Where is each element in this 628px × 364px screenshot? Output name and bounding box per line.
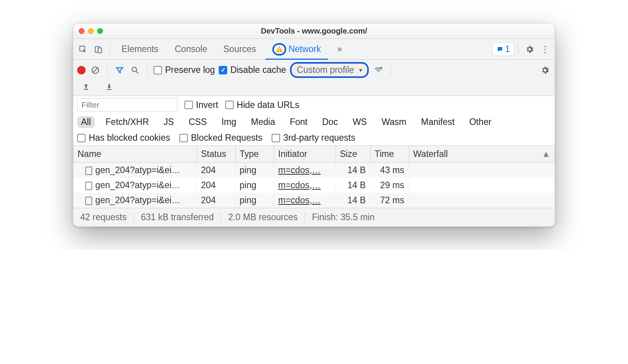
type-filter-row: All Fetch/XHR JS CSS Img Media Font Doc … [73,114,555,130]
blocked-cookies-label: Has blocked cookies [89,133,170,143]
cell-type: ping [236,178,274,193]
cell-size: 14 B [336,178,371,193]
sort-indicator-icon: ▲ [542,149,550,159]
checkbox-icon [154,66,162,74]
requests-table: Name Status Type Initiator Size Time Wat… [73,146,555,208]
svg-rect-3 [279,48,280,50]
col-size[interactable]: Size [336,146,371,163]
cell-name: gen_204?atyp=i&ei… [74,193,197,208]
filter-css[interactable]: CSS [185,116,211,128]
table-row[interactable]: gen_204?atyp=i&ei… 204 ping m=cdos,… 14 … [74,178,555,193]
document-icon [85,182,92,190]
cell-time: 29 ms [371,178,409,193]
tab-network-label: Network [289,44,321,54]
filter-ws[interactable]: WS [349,116,371,128]
svg-point-7 [132,67,137,72]
minimize-button[interactable] [88,28,94,34]
svg-rect-2 [98,48,101,53]
network-conditions-icon[interactable] [373,64,384,76]
clear-icon[interactable] [89,64,101,76]
disable-cache-checkbox[interactable]: Disable cache [219,65,286,75]
filter-icon[interactable] [114,64,125,76]
filter-media[interactable]: Media [247,116,279,128]
status-bar: 42 requests 631 kB transferred 2.0 MB re… [73,208,555,226]
hide-data-urls-checkbox[interactable]: Hide data URLs [225,100,299,110]
settings-icon[interactable] [522,42,537,57]
maximize-button[interactable] [97,28,103,34]
filter-wasm[interactable]: Wasm [378,116,410,128]
cell-status: 204 [197,193,236,208]
blocked-requests-label: Blocked Requests [191,133,262,143]
network-settings-icon[interactable] [539,64,551,76]
third-party-label: 3rd-party requests [283,133,355,143]
upload-icon[interactable] [80,81,92,93]
tabs-overflow[interactable]: » [329,39,350,59]
checkbox-icon [272,134,280,142]
svg-rect-12 [107,89,111,90]
invert-checkbox[interactable]: Invert [184,100,218,110]
checkbox-icon [225,101,234,109]
checkbox-icon [184,101,193,109]
table-header-row: Name Status Type Initiator Size Time Wat… [74,146,555,163]
more-icon[interactable]: ⋮ [538,42,552,57]
filter-js[interactable]: JS [160,116,178,128]
divider [107,65,108,75]
tab-network[interactable]: Network [265,39,329,59]
preserve-log-label: Preserve log [165,65,215,75]
preserve-log-checkbox[interactable]: Preserve log [154,65,215,75]
col-time[interactable]: Time [371,146,409,163]
warning-highlight [272,43,286,56]
filter-doc[interactable]: Doc [318,116,342,128]
col-name[interactable]: Name [74,146,197,163]
filter-img[interactable]: Img [218,116,240,128]
divider [147,65,147,75]
devtools-window: DevTools - www.google.com/ Elements Cons… [73,23,555,227]
table-row[interactable]: gen_204?atyp=i&ei… 204 ping m=cdos,… 14 … [74,163,555,178]
close-button[interactable] [79,28,84,34]
cell-type: ping [236,163,274,178]
cell-initiator[interactable]: m=cdos,… [274,163,336,178]
issues-badge[interactable]: 1 [492,42,514,56]
table-row[interactable]: gen_204?atyp=i&ei… 204 ping m=cdos,… 14 … [74,193,555,208]
disable-cache-label: Disable cache [230,65,286,75]
cell-status: 204 [197,178,236,193]
status-transferred: 631 kB transferred [134,212,221,222]
filter-input[interactable] [77,98,177,111]
col-status[interactable]: Status [197,146,236,163]
document-icon [85,197,92,205]
record-button[interactable] [77,66,86,74]
tab-console[interactable]: Console [167,39,215,59]
filter-font[interactable]: Font [286,116,311,128]
network-toolbar: Preserve log Disable cache Custom profil… [73,60,555,79]
tab-elements[interactable]: Elements [114,39,166,59]
device-toggle-icon[interactable] [91,42,106,57]
divider [390,65,391,75]
throttling-select[interactable]: Custom profile ▼ [290,62,369,78]
checkbox-icon [77,134,86,142]
inspect-icon[interactable] [76,42,90,57]
third-party-checkbox[interactable]: 3rd-party requests [272,133,355,143]
cell-initiator[interactable]: m=cdos,… [274,178,336,193]
document-icon [85,167,92,175]
status-resources: 2.0 MB resources [221,212,305,222]
download-icon[interactable] [103,81,115,93]
extra-filter-row: Has blocked cookies Blocked Requests 3rd… [73,130,555,146]
cell-name: gen_204?atyp=i&ei… [74,163,197,178]
throttling-value: Custom profile [297,65,354,75]
filter-other[interactable]: Other [465,116,495,128]
filter-all[interactable]: All [77,116,95,128]
col-waterfall[interactable]: Waterfall▲ [409,146,555,163]
svg-line-6 [93,67,98,72]
search-icon[interactable] [129,64,141,76]
filter-fetch-xhr[interactable]: Fetch/XHR [102,116,153,128]
col-type[interactable]: Type [236,146,274,163]
col-initiator[interactable]: Initiator [274,146,336,163]
titlebar: DevTools - www.google.com/ [73,24,555,39]
checkbox-icon [179,134,188,142]
blocked-cookies-checkbox[interactable]: Has blocked cookies [77,133,170,143]
warning-icon [275,46,283,53]
blocked-requests-checkbox[interactable]: Blocked Requests [179,133,262,143]
tab-sources[interactable]: Sources [216,39,263,59]
cell-initiator[interactable]: m=cdos,… [274,193,336,208]
filter-manifest[interactable]: Manifest [417,116,459,128]
